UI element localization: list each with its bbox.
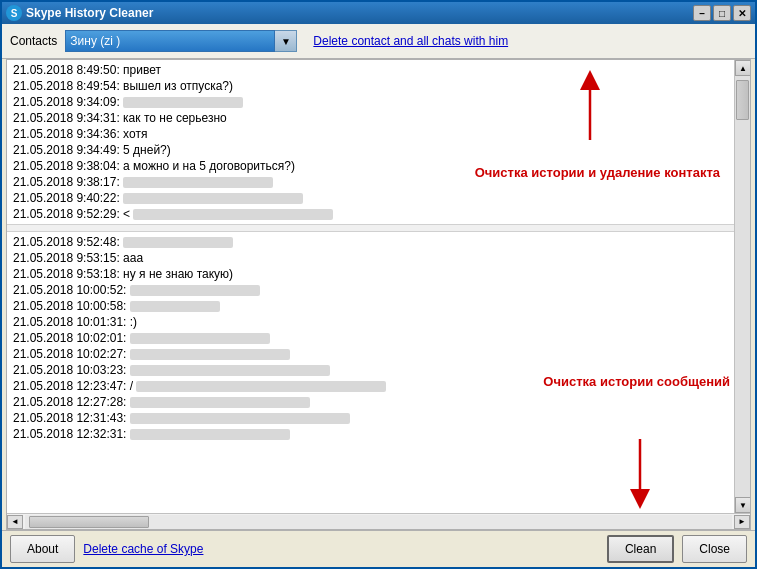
blurred-content <box>130 429 290 440</box>
message-timestamp: 21.05.2018 10:00:52: <box>13 283 130 297</box>
maximize-button[interactable]: □ <box>713 5 731 21</box>
message-timestamp: 21.05.2018 9:53:15: <box>13 251 123 265</box>
message-line: 21.05.2018 9:34:49: 5 дней?) <box>7 142 734 158</box>
title-bar-controls: – □ ✕ <box>693 5 751 21</box>
scroll-down-arrow[interactable]: ▼ <box>735 497 750 513</box>
blurred-content <box>133 209 333 220</box>
message-timestamp: 21.05.2018 9:53:18: <box>13 267 123 281</box>
contact-select[interactable]: Зину (zi ) <box>65 30 275 52</box>
message-line: 21.05.2018 10:02:27: <box>7 346 734 362</box>
contact-select-wrapper: Зину (zi ) ▼ <box>65 30 297 52</box>
blurred-content <box>130 301 220 312</box>
message-line: 21.05.2018 12:27:28: <box>7 394 734 410</box>
message-line: 21.05.2018 9:40:22: <box>7 190 734 206</box>
app-icon: S <box>6 5 22 21</box>
message-text: ааа <box>123 251 143 265</box>
message-text: как то не серьезно <box>123 111 227 125</box>
message-timestamp: 21.05.2018 10:01:31: <box>13 315 130 329</box>
contact-dropdown-button[interactable]: ▼ <box>275 30 297 52</box>
message-text: а можно и на 5 договориться?) <box>123 159 295 173</box>
h-scroll-track[interactable] <box>25 515 732 529</box>
message-line: 21.05.2018 8:49:50: привет <box>7 62 734 78</box>
horizontal-scrollbar[interactable]: ◄ ► <box>7 513 750 529</box>
message-line: 21.05.2018 9:38:17: <box>7 174 734 190</box>
blurred-content <box>123 177 273 188</box>
message-line: 21.05.2018 10:00:52: <box>7 282 734 298</box>
message-line: 21.05.2018 12:23:47: / <box>7 378 734 394</box>
message-line: 21.05.2018 9:34:31: как то не серьезно <box>7 110 734 126</box>
message-line: 21.05.2018 12:32:31: <box>7 426 734 442</box>
blurred-content <box>130 413 350 424</box>
close-window-button[interactable]: Close <box>682 535 747 563</box>
message-separator <box>7 224 734 232</box>
close-button[interactable]: ✕ <box>733 5 751 21</box>
footer-left: About Delete cache of Skype <box>10 535 203 563</box>
message-timestamp: 21.05.2018 12:27:28: <box>13 395 130 409</box>
clean-button[interactable]: Clean <box>607 535 674 563</box>
message-line: 21.05.2018 9:52:29: < <box>7 206 734 222</box>
message-timestamp: 21.05.2018 12:32:31: <box>13 427 130 441</box>
message-timestamp: 21.05.2018 9:34:36: <box>13 127 123 141</box>
delete-contact-link[interactable]: Delete contact and all chats with him <box>313 34 508 48</box>
scroll-thumb[interactable] <box>736 80 749 120</box>
message-timestamp: 21.05.2018 12:23:47: / <box>13 379 136 393</box>
blurred-content <box>123 237 233 248</box>
message-timestamp: 21.05.2018 10:03:23: <box>13 363 130 377</box>
message-timestamp: 21.05.2018 9:52:48: <box>13 235 123 249</box>
scroll-up-arrow[interactable]: ▲ <box>735 60 750 76</box>
message-timestamp: 21.05.2018 8:49:50: <box>13 63 123 77</box>
h-scroll-thumb[interactable] <box>29 516 149 528</box>
message-line: 21.05.2018 9:52:48: <box>7 234 734 250</box>
footer-right: Clean Close <box>607 535 747 563</box>
scroll-right-arrow[interactable]: ► <box>734 515 750 529</box>
blurred-content <box>130 285 260 296</box>
message-timestamp: 21.05.2018 10:00:58: <box>13 299 130 313</box>
message-timestamp: 21.05.2018 9:40:22: <box>13 191 123 205</box>
message-timestamp: 21.05.2018 9:38:04: <box>13 159 123 173</box>
message-timestamp: 21.05.2018 8:49:54: <box>13 79 123 93</box>
message-line: 21.05.2018 9:53:15: ааа <box>7 250 734 266</box>
blurred-content <box>123 193 303 204</box>
messages-container[interactable]: 21.05.2018 8:49:50: привет21.05.2018 8:4… <box>7 60 734 513</box>
content-area: 21.05.2018 8:49:50: привет21.05.2018 8:4… <box>6 59 751 530</box>
message-timestamp: 21.05.2018 12:31:43: <box>13 411 130 425</box>
message-text: вышел из отпуска?) <box>123 79 233 93</box>
vertical-scrollbar[interactable]: ▲ ▼ <box>734 60 750 513</box>
message-text: :) <box>130 315 137 329</box>
message-line: 21.05.2018 10:02:01: <box>7 330 734 346</box>
message-line: 21.05.2018 9:38:04: а можно и на 5 догов… <box>7 158 734 174</box>
contacts-label: Contacts <box>10 34 57 48</box>
message-line: 21.05.2018 10:01:31: :) <box>7 314 734 330</box>
scroll-track[interactable] <box>735 76 750 497</box>
blurred-content <box>130 333 270 344</box>
about-button[interactable]: About <box>10 535 75 563</box>
message-text: хотя <box>123 127 147 141</box>
messages-and-scroll: 21.05.2018 8:49:50: привет21.05.2018 8:4… <box>7 60 750 513</box>
message-line: 21.05.2018 12:31:43: <box>7 410 734 426</box>
blurred-content <box>130 349 290 360</box>
message-timestamp: 21.05.2018 10:02:01: <box>13 331 130 345</box>
message-timestamp: 21.05.2018 10:02:27: <box>13 347 130 361</box>
delete-cache-link[interactable]: Delete cache of Skype <box>83 542 203 556</box>
window-title: Skype History Cleaner <box>26 6 153 20</box>
scroll-left-arrow[interactable]: ◄ <box>7 515 23 529</box>
blurred-content <box>130 365 330 376</box>
message-line: 21.05.2018 10:03:23: <box>7 362 734 378</box>
main-window: S Skype History Cleaner – □ ✕ Contacts З… <box>0 0 757 569</box>
message-text: 5 дней?) <box>123 143 171 157</box>
title-bar: S Skype History Cleaner – □ ✕ <box>2 2 755 24</box>
message-timestamp: 21.05.2018 9:34:31: <box>13 111 123 125</box>
blurred-content <box>130 397 310 408</box>
blurred-content <box>123 97 243 108</box>
message-timestamp: 21.05.2018 9:38:17: <box>13 175 123 189</box>
message-timestamp: 21.05.2018 9:34:09: <box>13 95 123 109</box>
message-line: 21.05.2018 9:34:09: <box>7 94 734 110</box>
minimize-button[interactable]: – <box>693 5 711 21</box>
message-line: 21.05.2018 10:00:58: <box>7 298 734 314</box>
message-text: ну я не знаю такую) <box>123 267 233 281</box>
toolbar: Contacts Зину (zi ) ▼ Delete contact and… <box>2 24 755 59</box>
message-line: 21.05.2018 8:49:54: вышел из отпуска?) <box>7 78 734 94</box>
title-bar-left: S Skype History Cleaner <box>6 5 153 21</box>
footer: About Delete cache of Skype Clean Close <box>2 530 755 567</box>
message-text: привет <box>123 63 161 77</box>
